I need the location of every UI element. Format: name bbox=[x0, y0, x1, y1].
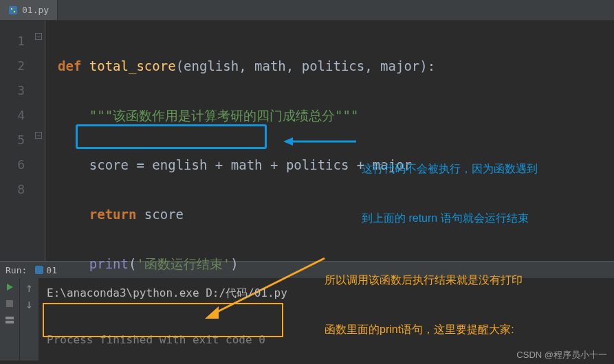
line-number: 5 bbox=[0, 128, 25, 152]
watermark: CSDN @程序员小十一 bbox=[516, 349, 607, 361]
line-gutter: 1 2 3 4 5 6 8 bbox=[0, 21, 33, 261]
run-label: Run: bbox=[6, 265, 27, 275]
tab-bar: 01.py bbox=[0, 0, 614, 21]
line-number: 3 bbox=[0, 78, 25, 103]
line-number: 4 bbox=[0, 103, 25, 128]
run-body: ↑ ↓ E:\anaconda3\python.exe D:/代码/01.py … bbox=[0, 278, 614, 361]
svg-point-2 bbox=[14, 10, 15, 12]
code-line: def total_score(english, math, politics,… bbox=[58, 54, 614, 78]
stop-icon[interactable] bbox=[5, 299, 14, 308]
function-name: total_score bbox=[89, 58, 176, 73]
svg-rect-10 bbox=[6, 317, 14, 319]
run-controls-right: ↑ ↓ bbox=[19, 278, 39, 361]
highlight-box-blue bbox=[76, 124, 267, 149]
editor-tab[interactable]: 01.py bbox=[0, 0, 58, 20]
svg-rect-9 bbox=[6, 300, 13, 307]
line-number: 1 bbox=[0, 29, 25, 54]
line-number: 8 bbox=[0, 177, 25, 202]
console-exit: Process finished with exit code 0 bbox=[47, 330, 606, 350]
down-arrow-icon[interactable]: ↓ bbox=[25, 299, 34, 308]
keyword-return: return bbox=[89, 207, 137, 222]
run-controls-left bbox=[0, 278, 19, 361]
annotation-blue: 这行代码不会被执行，因为函数遇到 到上面的 return 语句就会运行结束 bbox=[362, 128, 538, 243]
fold-gutter: − − bbox=[33, 21, 45, 261]
svg-point-1 bbox=[11, 8, 12, 9]
code-line: """该函数作用是计算考研的四门成绩总分""" bbox=[58, 103, 614, 128]
tab-label: 01.py bbox=[22, 5, 49, 15]
fold-marker-icon[interactable]: − bbox=[35, 33, 42, 40]
run-tab[interactable]: 01 bbox=[35, 265, 57, 275]
svg-marker-8 bbox=[7, 284, 13, 291]
console-output[interactable]: E:\anaconda3\python.exe D:/代码/01.py Proc… bbox=[39, 278, 614, 361]
svg-rect-7 bbox=[35, 266, 43, 274]
keyword-def: def bbox=[58, 58, 81, 73]
console-command: E:\anaconda3\python.exe D:/代码/01.py bbox=[47, 284, 606, 303]
python-file-icon bbox=[8, 5, 18, 15]
line-number: 6 bbox=[0, 152, 25, 177]
fold-marker-icon[interactable]: − bbox=[35, 132, 42, 139]
up-arrow-icon[interactable]: ↑ bbox=[25, 282, 34, 292]
console-blank bbox=[47, 303, 606, 330]
toggle-icon[interactable] bbox=[5, 315, 14, 325]
builtin-print: print bbox=[89, 256, 129, 271]
play-icon[interactable] bbox=[5, 282, 14, 292]
docstring: """该函数作用是计算考研的四门成绩总分""" bbox=[89, 108, 359, 123]
python-file-icon bbox=[35, 266, 43, 274]
line-number: 2 bbox=[0, 54, 25, 78]
svg-rect-11 bbox=[6, 321, 14, 323]
svg-rect-0 bbox=[9, 6, 17, 14]
